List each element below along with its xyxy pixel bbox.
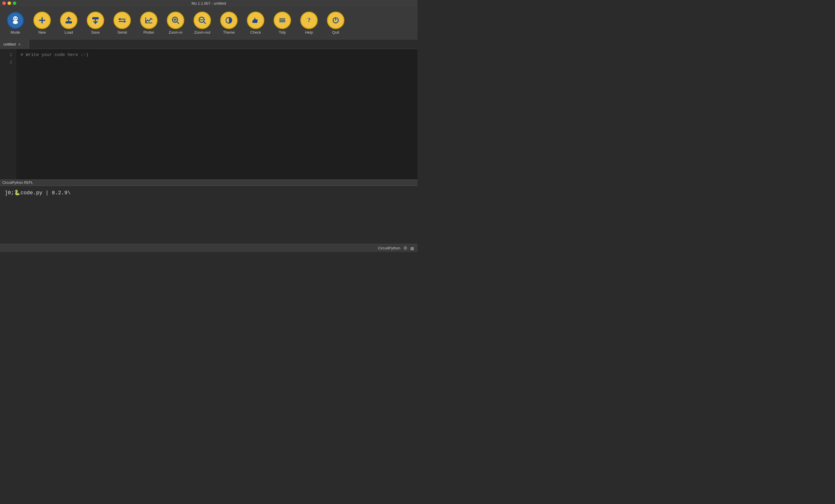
- plotter-label: Plotter: [143, 30, 154, 35]
- quit-label: Quit: [332, 30, 339, 35]
- svg-text:?: ?: [308, 16, 311, 23]
- toolbar: Mode New Load Save: [0, 6, 418, 40]
- mode-button[interactable]: Mode: [2, 9, 28, 38]
- zoom-in-icon: [167, 12, 184, 29]
- zoom-out-label: Zoom-out: [194, 30, 210, 35]
- title-bar: Mu 1.1.0b7 - untitled: [0, 0, 418, 6]
- maximize-button[interactable]: [13, 1, 16, 5]
- editor-area: 1 2 # Write your code here :-): [0, 49, 418, 180]
- code-editor[interactable]: # Write your code here :-): [16, 49, 418, 180]
- repl-line: ]0;🐍code.py | 8.2.9\: [5, 189, 413, 196]
- tab-label: untitled: [3, 42, 16, 46]
- zoom-out-button[interactable]: Zoom-out: [189, 9, 215, 38]
- quit-icon: [327, 12, 344, 29]
- zoom-in-button[interactable]: Zoom-in: [162, 9, 188, 38]
- traffic-lights: [2, 1, 16, 5]
- status-label: CircuitPython: [378, 246, 400, 250]
- serial-icon: [114, 12, 131, 29]
- line-numbers: 1 2: [0, 49, 16, 180]
- check-label: Check: [250, 30, 261, 35]
- mode-label: Mode: [11, 30, 20, 35]
- new-icon: [33, 12, 51, 29]
- check-button[interactable]: Check: [243, 9, 269, 38]
- line-number-1: 1: [3, 51, 12, 59]
- help-label: Help: [305, 30, 313, 35]
- zoom-in-label: Zoom-in: [168, 30, 183, 35]
- svg-point-2: [14, 18, 15, 19]
- tidy-button[interactable]: Tidy: [269, 9, 296, 38]
- svg-rect-19: [252, 21, 253, 23]
- help-button[interactable]: ? Help: [296, 9, 322, 38]
- save-icon: [87, 12, 104, 29]
- theme-button[interactable]: Theme: [216, 9, 242, 38]
- save-label: Save: [91, 30, 100, 35]
- minimize-button[interactable]: [7, 1, 11, 5]
- status-bar: CircuitPython ⚙ ▦: [0, 244, 418, 252]
- tabs-bar: untitled ×: [0, 40, 418, 49]
- svg-point-1: [13, 21, 18, 24]
- repl-text: ]0;🐍code.py | 8.2.9\: [5, 189, 70, 196]
- line-number-2: 2: [3, 59, 12, 66]
- svg-line-16: [204, 22, 205, 23]
- theme-label: Theme: [223, 30, 235, 35]
- tab-close-button[interactable]: ×: [17, 42, 21, 47]
- save-button[interactable]: Save: [82, 9, 108, 38]
- plotter-icon: [140, 12, 158, 29]
- window-title: Mu 1.1.0b7 - untitled: [191, 1, 226, 5]
- load-button[interactable]: Load: [56, 9, 82, 38]
- new-label: New: [38, 30, 46, 35]
- tidy-label: Tidy: [279, 30, 286, 35]
- load-label: Load: [65, 30, 73, 35]
- plotter-button[interactable]: Plotter: [136, 9, 162, 38]
- close-button[interactable]: [2, 1, 6, 5]
- repl-label: CircuitPython REPL: [2, 181, 33, 185]
- help-icon: ?: [300, 12, 318, 29]
- quit-button[interactable]: Quit: [323, 9, 349, 38]
- settings-gear-icon[interactable]: ⚙: [403, 245, 407, 251]
- repl-divider: CircuitPython REPL: [0, 180, 418, 186]
- tab-untitled[interactable]: untitled ×: [0, 40, 29, 49]
- new-button[interactable]: New: [29, 9, 55, 38]
- check-icon: [247, 12, 264, 29]
- mode-icon: [7, 12, 24, 29]
- svg-point-3: [16, 18, 17, 19]
- theme-icon: [220, 12, 238, 29]
- status-grid-icon[interactable]: ▦: [410, 246, 414, 251]
- load-icon: [60, 12, 78, 29]
- zoom-out-icon: [194, 12, 211, 29]
- serial-label: Serial: [117, 30, 127, 35]
- svg-line-13: [177, 22, 179, 23]
- repl-area[interactable]: ]0;🐍code.py | 8.2.9\: [0, 186, 418, 244]
- code-line-1: # Write your code here :-): [21, 51, 413, 59]
- tidy-icon: [273, 12, 291, 29]
- serial-button[interactable]: Serial: [109, 9, 135, 38]
